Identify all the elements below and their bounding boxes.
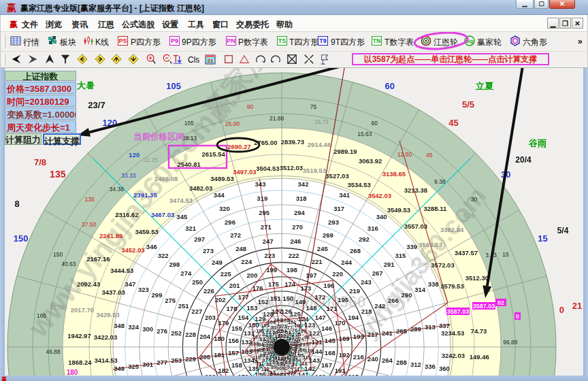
svg-text:322: 322 xyxy=(158,252,169,259)
svg-text:250: 250 xyxy=(192,278,203,286)
svg-text:21: 21 xyxy=(572,301,582,311)
svg-text:360: 360 xyxy=(439,365,450,372)
svg-text:170: 170 xyxy=(335,319,346,327)
svg-text:78: 78 xyxy=(282,324,287,329)
svg-text:2615.54: 2615.54 xyxy=(202,150,226,158)
svg-text:225: 225 xyxy=(220,270,232,278)
svg-text:192: 192 xyxy=(339,351,350,359)
svg-text:20/4: 20/4 xyxy=(515,155,532,165)
svg-text:253: 253 xyxy=(171,357,182,364)
svg-text:149.46: 149.46 xyxy=(470,353,489,361)
svg-text:313: 313 xyxy=(425,323,436,331)
svg-text:126: 126 xyxy=(281,308,292,315)
svg-text:74.73: 74.73 xyxy=(471,327,487,335)
svg-text:336: 336 xyxy=(425,363,436,370)
svg-text:325: 325 xyxy=(128,363,140,370)
svg-text:3587.03: 3587.03 xyxy=(447,308,470,315)
svg-text:45: 45 xyxy=(426,152,433,159)
svg-text:176: 176 xyxy=(252,284,263,292)
svg-text:181: 181 xyxy=(214,351,225,359)
svg-text:223: 223 xyxy=(264,252,275,259)
svg-text:30: 30 xyxy=(471,196,478,203)
svg-text:196: 196 xyxy=(323,282,334,289)
svg-text:193: 193 xyxy=(353,333,364,340)
svg-text:346: 346 xyxy=(146,243,157,250)
svg-text:150: 150 xyxy=(282,295,293,302)
svg-text:130: 130 xyxy=(248,321,259,329)
svg-text:3482.03: 3482.03 xyxy=(189,184,212,192)
svg-text:76: 76 xyxy=(292,328,297,333)
svg-text:立夏: 立夏 xyxy=(475,81,494,91)
svg-text:168: 168 xyxy=(325,349,336,357)
svg-text:106: 106 xyxy=(256,329,264,333)
svg-text:273: 273 xyxy=(203,247,214,254)
svg-text:221: 221 xyxy=(312,258,323,265)
svg-text:298: 298 xyxy=(169,261,180,268)
svg-text:5/4: 5/4 xyxy=(557,226,569,235)
svg-text:8: 8 xyxy=(14,199,19,209)
svg-text:103: 103 xyxy=(274,318,282,322)
svg-text:135: 135 xyxy=(50,169,66,180)
svg-text:131: 131 xyxy=(244,329,255,337)
svg-text:301: 301 xyxy=(142,361,154,368)
svg-text:320: 320 xyxy=(219,205,230,212)
svg-text:204: 204 xyxy=(199,333,211,340)
svg-text:2241.89: 2241.89 xyxy=(99,232,122,239)
svg-text:194: 194 xyxy=(348,314,359,321)
svg-text:120: 120 xyxy=(129,151,140,159)
svg-text:191: 191 xyxy=(335,367,346,374)
svg-text:3519.53: 3519.53 xyxy=(303,167,326,174)
svg-text:323: 323 xyxy=(138,286,149,293)
svg-text:当前价格区间: 当前价格区间 xyxy=(133,132,184,142)
svg-text:296: 296 xyxy=(225,218,235,226)
svg-text:241: 241 xyxy=(382,329,393,337)
svg-text:290: 290 xyxy=(402,291,412,299)
svg-text:229: 229 xyxy=(185,355,196,363)
svg-text:2989.19: 2989.19 xyxy=(333,148,357,155)
svg-text:293: 293 xyxy=(328,218,339,226)
svg-text:2690.27: 2690.27 xyxy=(227,143,250,150)
svg-text:222: 222 xyxy=(289,252,299,259)
svg-text:0: 0 xyxy=(559,305,564,315)
svg-text:228: 228 xyxy=(185,331,196,338)
svg-text:152: 152 xyxy=(258,298,269,305)
svg-text:1942.97: 1942.97 xyxy=(67,332,91,339)
svg-text:150: 150 xyxy=(14,233,29,244)
svg-text:349: 349 xyxy=(114,365,125,372)
svg-text:74: 74 xyxy=(299,337,304,342)
svg-text:3497.03: 3497.03 xyxy=(233,168,256,176)
svg-text:171: 171 xyxy=(327,305,338,312)
svg-text:23/7: 23/7 xyxy=(88,100,105,110)
svg-text:146: 146 xyxy=(321,325,332,332)
svg-text:3489.53: 3489.53 xyxy=(210,175,233,182)
svg-text:99: 99 xyxy=(301,329,306,333)
svg-text:84: 84 xyxy=(258,342,263,347)
svg-text:219: 219 xyxy=(349,287,360,295)
svg-text:345: 345 xyxy=(176,213,188,220)
svg-text:43.75: 43.75 xyxy=(49,304,64,311)
svg-text:3527.03: 3527.03 xyxy=(325,172,348,180)
svg-text:3234.53: 3234.53 xyxy=(441,329,464,337)
svg-text:169: 169 xyxy=(339,335,350,342)
svg-text:90: 90 xyxy=(247,103,254,110)
svg-text:179: 179 xyxy=(218,319,229,327)
svg-text:75: 75 xyxy=(310,103,317,110)
svg-text:343: 343 xyxy=(255,180,266,188)
svg-text:165: 165 xyxy=(37,312,46,319)
svg-text:216: 216 xyxy=(353,353,364,361)
svg-text:318: 318 xyxy=(296,195,307,202)
svg-text:89: 89 xyxy=(271,365,276,369)
svg-text:156: 156 xyxy=(228,337,239,344)
svg-text:316: 316 xyxy=(368,225,378,232)
svg-text:276: 276 xyxy=(157,327,167,335)
svg-text:198: 198 xyxy=(287,266,297,274)
svg-text:大暑: 大暑 xyxy=(77,80,95,90)
svg-text:3138.65: 3138.65 xyxy=(382,170,406,178)
svg-text:3572.03: 3572.03 xyxy=(431,261,454,269)
svg-text:105: 105 xyxy=(261,323,270,328)
svg-text:3063.92: 3063.92 xyxy=(359,157,382,165)
svg-text:3504.53: 3504.53 xyxy=(256,165,279,172)
svg-text:277: 277 xyxy=(157,359,167,366)
svg-text:339: 339 xyxy=(406,243,417,250)
svg-text:101: 101 xyxy=(288,320,296,325)
